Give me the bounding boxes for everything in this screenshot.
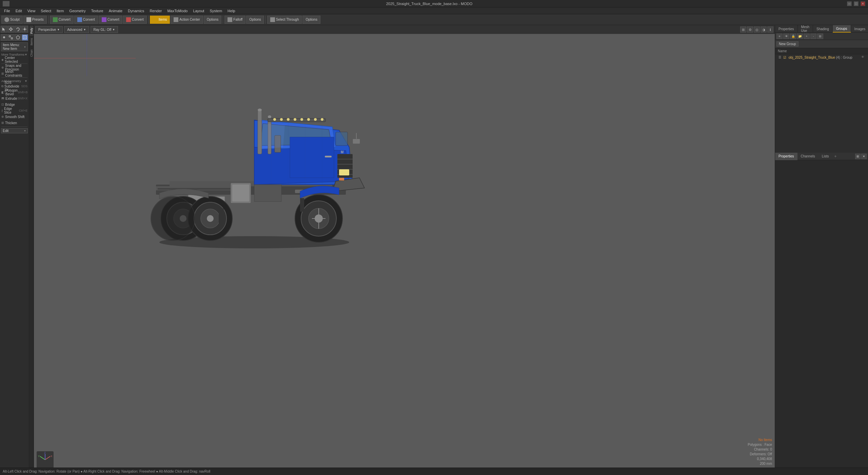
right-tab-images[interactable]: Images — [851, 25, 868, 33]
convert-icon-1 — [53, 17, 58, 22]
options-button-3[interactable]: Options — [302, 16, 320, 24]
options-button-2[interactable]: Options — [246, 16, 264, 24]
ray-gl-button[interactable]: Ray GL: Off ▼ — [91, 26, 118, 33]
toolbar-sep-2 — [148, 16, 149, 24]
svg-point-67 — [151, 196, 195, 241]
smooth-shift-item[interactable]: ⊛ Smooth Shift — [0, 114, 29, 120]
edge-slice-item[interactable]: ∤ Edge Slice Ctrl+E — [0, 108, 29, 114]
convert-btn-4[interactable]: Convert — [123, 16, 147, 24]
tool-icon-select[interactable] — [1, 26, 7, 33]
menu-system[interactable]: System — [207, 8, 225, 14]
mesh-constraints-item[interactable]: ⊞ Mesh Constraints — [0, 71, 29, 77]
menu-view[interactable]: View — [25, 8, 38, 14]
add-tab-button[interactable]: + — [832, 154, 839, 159]
main-layout: Item Menu: New Item More Transforms ▼ ◈ … — [0, 25, 868, 468]
group-visibility-icon[interactable]: 👁 — [861, 55, 865, 59]
tool-icon-rotate[interactable] — [15, 26, 21, 33]
menu-select[interactable]: Select — [38, 8, 54, 14]
snaps-icon: ⊕ — [1, 66, 4, 69]
mesh-constraints-icon: ⊞ — [1, 72, 4, 75]
right-tab-properties[interactable]: Properties — [775, 25, 798, 33]
minimize-button[interactable]: ─ — [847, 1, 852, 6]
menu-render[interactable]: Render — [147, 8, 164, 14]
select-through-button[interactable]: Select Through — [267, 16, 302, 24]
maximize-button[interactable]: □ — [854, 1, 859, 6]
tool-icon-scale[interactable] — [22, 26, 28, 33]
viewport-area[interactable]: Perspective ▼ Advanced ▼ Ray GL: Off ▼ ⊞… — [34, 25, 775, 468]
close-button[interactable]: ✕ — [861, 1, 865, 6]
svg-point-46 — [273, 118, 276, 121]
rb-tab-lists[interactable]: Lists — [818, 153, 832, 160]
extrude-item[interactable]: ⬒ Extrude Shift+X — [0, 95, 29, 101]
perspective-button[interactable]: Perspective ▼ — [35, 26, 63, 33]
svg-rect-78 — [232, 185, 249, 202]
polygon-bevel-item[interactable]: ◧ Polygon Bevel Shift+B — [0, 89, 29, 95]
tool-icon-item[interactable] — [22, 34, 28, 41]
viewport-icons: ⊞ ⚙ ◎ ◑ ℹ — [740, 26, 773, 33]
sculpt-button[interactable]: Sculpt — [1, 16, 23, 24]
vtab-chan[interactable]: Chan — [29, 48, 34, 59]
groups-eye-btn[interactable]: 👁 — [783, 34, 789, 39]
items-button[interactable]: Items — [150, 16, 170, 24]
convert-btn-2[interactable]: Convert — [74, 16, 98, 24]
bottom-close-icon[interactable]: ✕ — [861, 154, 867, 159]
menu-texture[interactable]: Texture — [88, 8, 106, 14]
menu-animate[interactable]: Animate — [106, 8, 125, 14]
new-group-button[interactable]: New Group — [776, 41, 798, 46]
groups-add-btn[interactable]: + — [804, 34, 810, 39]
item-menu-dropdown[interactable]: Item Menu: New Item — [1, 42, 28, 51]
viewport-icon-camera[interactable]: ◎ — [754, 26, 760, 33]
groups-filter-btn[interactable]: ≡ — [776, 34, 783, 39]
menu-file[interactable]: File — [1, 8, 13, 14]
menu-dynamics[interactable]: Dynamics — [125, 8, 147, 14]
tool-icon-vertex[interactable] — [1, 34, 7, 41]
title-bar: 2025_Straight_Truck_Blue_mode_base.lxo -… — [0, 0, 868, 7]
tool-icon-edge[interactable] — [8, 34, 15, 41]
viewport-icon-shade[interactable]: ◑ — [761, 26, 767, 33]
tool-icon-polygon[interactable] — [15, 34, 21, 41]
coordinates-status: 0,340,408 — [748, 457, 772, 461]
viewport-icon-settings[interactable]: ⚙ — [747, 26, 753, 33]
vtab-poly[interactable]: Poly — [29, 26, 34, 36]
group-item-truck[interactable]: ☰ ☑ obj_2025_Straight_Truck_Blue (4) : G… — [775, 54, 868, 60]
menu-edit[interactable]: Edit — [13, 8, 25, 14]
vtab-items[interactable]: Items — [29, 36, 34, 48]
right-tab-mesh-use[interactable]: Mesh Use — [798, 25, 813, 33]
groups-folder-btn[interactable]: 📁 — [797, 34, 803, 39]
thicken-icon: ⊞ — [1, 121, 4, 125]
bottom-expand-icon[interactable]: ⊞ — [855, 154, 861, 159]
center-selected-item[interactable]: ◈ Center Selected — [0, 57, 29, 63]
right-panel: Properties Mesh Use Shading Groups Image… — [775, 25, 868, 468]
polygons-status: Polygons : Face — [748, 442, 772, 447]
rb-tab-properties[interactable]: Properties — [775, 153, 797, 160]
menu-maxtomodo[interactable]: MaxToModo — [164, 8, 190, 14]
convert-icon-3 — [102, 17, 106, 22]
right-tab-groups[interactable]: Groups — [833, 25, 851, 33]
convert-btn-1[interactable]: Convert — [50, 16, 74, 24]
right-tab-shading[interactable]: Shading — [813, 25, 833, 33]
convert-icon-4 — [126, 17, 131, 22]
menu-layout[interactable]: Layout — [190, 8, 207, 14]
advanced-button[interactable]: Advanced ▼ — [64, 26, 89, 33]
menu-help[interactable]: Help — [225, 8, 238, 14]
viewport-icon-maximize[interactable]: ⊞ — [740, 26, 746, 33]
menu-geometry[interactable]: Geometry — [66, 8, 88, 14]
edit-dropdown[interactable]: Edit — [1, 128, 28, 133]
falloff-icon — [228, 17, 232, 22]
thicken-item[interactable]: ⊞ Thicken — [0, 120, 29, 126]
falloff-button[interactable]: Falloff — [224, 16, 245, 24]
groups-minus-btn[interactable]: - — [810, 34, 816, 39]
properties-content-area — [775, 160, 868, 468]
groups-lock-btn[interactable]: 🔒 — [790, 34, 796, 39]
action-center-button[interactable]: Action Center — [171, 16, 203, 24]
convert-btn-3[interactable]: Convert — [99, 16, 122, 24]
svg-point-44 — [268, 115, 271, 118]
tool-icon-move[interactable] — [8, 26, 15, 33]
menu-item[interactable]: Item — [54, 8, 66, 14]
group-checkbox: ☑ — [783, 56, 786, 59]
groups-expand-btn[interactable]: ⊞ — [817, 34, 823, 39]
rb-tab-channels[interactable]: Channels — [797, 153, 818, 160]
presets-button[interactable]: Presets — [23, 16, 47, 24]
options-button-1[interactable]: Options — [204, 16, 221, 24]
viewport-icon-info[interactable]: ℹ — [767, 26, 773, 33]
